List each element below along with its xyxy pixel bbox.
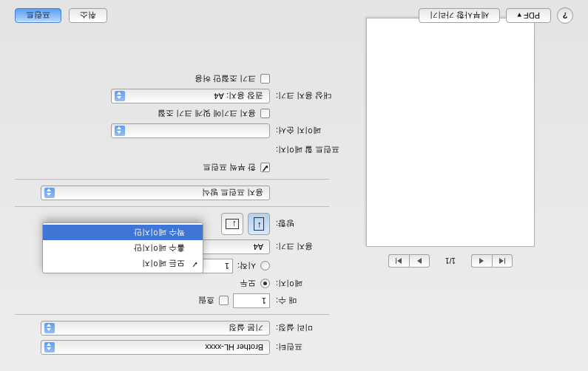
reverse-checkbox[interactable] bbox=[260, 163, 270, 172]
preset-value: 기본 설정 bbox=[229, 323, 263, 334]
pager-text: 1/1 bbox=[437, 257, 464, 265]
printer-value: Brother HL-xxxx bbox=[205, 343, 263, 352]
collate-checkbox[interactable] bbox=[219, 296, 229, 306]
triangle-left-icon bbox=[480, 258, 484, 264]
cancel-button[interactable]: 취소 bbox=[69, 8, 107, 23]
preset-label: 미리 설정: bbox=[270, 323, 588, 334]
target-paper-select[interactable]: 권장 용지: A4 bbox=[111, 89, 270, 103]
check-icon: ✓ bbox=[192, 259, 198, 269]
pages-range-radio[interactable] bbox=[260, 262, 270, 271]
pdf-button[interactable]: PDF ▾ bbox=[506, 8, 551, 23]
printer-label: 프린터: bbox=[270, 342, 588, 353]
dropdown-item-all-label: 모든 페이지 bbox=[142, 259, 185, 268]
preset-select[interactable]: 기본 설정 bbox=[41, 321, 270, 336]
triangle-right-icon bbox=[417, 258, 422, 264]
copies-label: 매 수: bbox=[270, 296, 588, 307]
dropdown-item-odd-label: 홀수 페이지만 bbox=[134, 244, 185, 253]
landscape-icon bbox=[226, 219, 239, 229]
dropdown-item-all[interactable]: ✓ 모든 페이지 bbox=[43, 256, 203, 271]
pages-all-radio[interactable] bbox=[260, 279, 270, 288]
dropdown-item-even[interactable]: 짝수 페이지만 bbox=[43, 225, 203, 240]
target-paper-value: 권장 용지: A4 bbox=[214, 91, 263, 102]
fit-checkbox-label: 용지 크기에 맞게 크기 조절 bbox=[158, 108, 256, 119]
scale-only-label: 크기 조절만 허용 bbox=[195, 73, 256, 84]
orientation-landscape-button[interactable] bbox=[221, 213, 243, 235]
portrait-icon bbox=[254, 217, 264, 231]
page-order-select[interactable] bbox=[111, 123, 270, 138]
copies-input[interactable] bbox=[233, 293, 270, 308]
pages-from-label: 시작: bbox=[237, 261, 256, 272]
fit-checkbox[interactable] bbox=[260, 109, 270, 118]
collate-label: 흐림 bbox=[198, 296, 214, 307]
pages-from-input[interactable] bbox=[200, 259, 233, 273]
section-value: 용지 프린트 방식 bbox=[202, 188, 263, 199]
page-preview bbox=[366, 18, 535, 247]
section-select[interactable]: 용지 프린트 방식 bbox=[41, 186, 270, 200]
pager-last-button[interactable] bbox=[388, 254, 409, 268]
help-button[interactable]: ? bbox=[557, 7, 573, 24]
pages-label: 페이지: bbox=[270, 278, 588, 289]
pager-prev-button[interactable] bbox=[471, 254, 492, 268]
printer-select[interactable]: Brother HL-xxxx bbox=[41, 340, 270, 355]
dropdown-item-odd[interactable]: 홀수 페이지만 bbox=[43, 240, 203, 256]
pages-to-print-dropdown[interactable]: ✓ 모든 페이지 홀수 페이지만 짝수 페이지만 bbox=[42, 222, 203, 273]
hide-details-button[interactable]: 세부사항 가리기 bbox=[419, 8, 500, 23]
reverse-checkbox-label: 한 부씩 프린트 bbox=[203, 162, 256, 173]
orientation-portrait-button[interactable] bbox=[248, 213, 270, 235]
pager-next-button[interactable] bbox=[409, 254, 430, 268]
scale-only-checkbox[interactable] bbox=[260, 74, 270, 84]
paper-value: A4 bbox=[254, 242, 263, 251]
dropdown-item-even-label: 짝수 페이지만 bbox=[134, 228, 185, 237]
pager-first-button[interactable] bbox=[492, 254, 513, 268]
pages-all-label: 모두 bbox=[240, 278, 256, 289]
print-button[interactable]: 프린트 bbox=[15, 8, 61, 23]
